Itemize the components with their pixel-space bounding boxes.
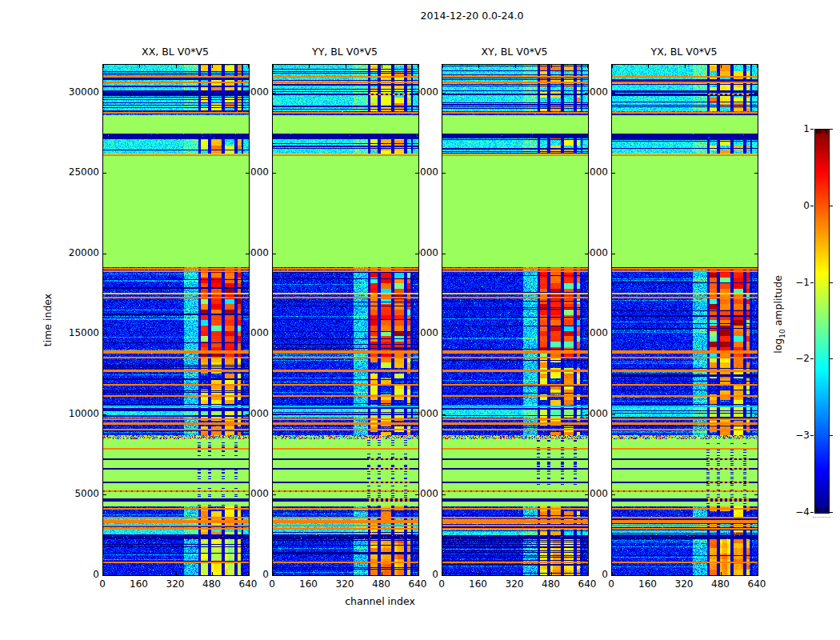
x-tick-label: 0 bbox=[424, 578, 459, 590]
y-axis-label: time index bbox=[3, 314, 91, 326]
colorbar-end-hatch bbox=[818, 130, 818, 134]
colorbar-end-hatch bbox=[821, 508, 822, 512]
subplot-title-xy: XY, BL V0*V5 bbox=[442, 46, 587, 58]
heatmap-canvas-yy bbox=[273, 65, 418, 575]
colorbar-tick-mark bbox=[810, 206, 814, 206]
colorbar-end-hatch bbox=[819, 130, 820, 134]
heatmap-canvas-yx bbox=[612, 65, 758, 575]
colorbar-underflow-dots bbox=[813, 517, 830, 518]
colorbar-tick-mark bbox=[810, 358, 814, 359]
x-tick-label: 480 bbox=[703, 578, 738, 590]
x-tick-label: 640 bbox=[739, 578, 774, 590]
heatmap-canvas-xy bbox=[442, 65, 588, 575]
colorbar-end-hatch bbox=[826, 508, 827, 512]
colorbar-end-hatch bbox=[816, 130, 817, 134]
x-tick-label: 320 bbox=[666, 578, 702, 590]
subplot-title-yy: YY, BL V0*V5 bbox=[272, 46, 418, 58]
heatmap-panel-xx bbox=[102, 64, 250, 576]
colorbar-tick-label: −3 bbox=[786, 430, 810, 441]
x-tick-label: 0 bbox=[594, 578, 629, 590]
colorbar-tick-mark bbox=[830, 358, 833, 359]
y-tick-label: 30000 bbox=[51, 86, 99, 98]
x-tick-label: 160 bbox=[461, 578, 496, 590]
colorbar-tick-label: −2 bbox=[786, 353, 810, 364]
colorbar-end-hatch bbox=[816, 508, 817, 512]
colorbar-tick-label: 1 bbox=[786, 123, 810, 134]
colorbar-tick-mark bbox=[810, 435, 814, 436]
colorbar-tick-label: −4 bbox=[786, 506, 810, 518]
colorbar-end-hatch bbox=[825, 130, 826, 134]
heatmap-panel-xy bbox=[442, 64, 589, 576]
x-tick-label: 320 bbox=[158, 578, 193, 590]
subplot-title-yx: YX, BL V0*V5 bbox=[611, 46, 757, 58]
y-tick-label: 25000 bbox=[51, 166, 99, 178]
x-tick-label: 160 bbox=[630, 578, 666, 590]
colorbar-end-hatch bbox=[823, 508, 824, 512]
subplot-title-xx: XX, BL V0*V5 bbox=[102, 46, 248, 58]
colorbar-end-hatch bbox=[821, 130, 822, 134]
colorbar-tick-label: −1 bbox=[786, 277, 810, 288]
colorbar-end-hatch bbox=[823, 130, 824, 134]
colorbar-tick-mark bbox=[810, 512, 814, 513]
colorbar-tick-mark bbox=[830, 282, 833, 283]
y-tick-label: 10000 bbox=[51, 408, 99, 419]
heatmap-panel-yy bbox=[272, 64, 419, 576]
x-tick-label: 160 bbox=[122, 578, 157, 590]
colorbar-tick-mark bbox=[830, 512, 833, 513]
x-tick-label: 480 bbox=[364, 578, 399, 590]
colorbar-end-hatch bbox=[818, 508, 818, 512]
y-tick-label: 15000 bbox=[51, 327, 99, 338]
heatmap-canvas-xx bbox=[103, 65, 249, 575]
heatmap-panel-yx bbox=[611, 64, 758, 576]
y-tick-label: 20000 bbox=[51, 247, 99, 258]
x-tick-label: 480 bbox=[534, 578, 569, 590]
colorbar-tick-mark bbox=[810, 129, 814, 130]
colorbar-tick-mark bbox=[830, 435, 833, 436]
x-tick-label: 320 bbox=[497, 578, 532, 590]
colorbar-end-hatch bbox=[819, 508, 820, 512]
colorbar-end-hatch bbox=[826, 130, 827, 134]
colorbar bbox=[814, 129, 830, 514]
x-tick-label: 0 bbox=[254, 578, 290, 590]
x-tick-label: 160 bbox=[291, 578, 326, 590]
x-axis-label: channel index bbox=[300, 595, 460, 607]
colorbar-end-hatch bbox=[825, 508, 826, 512]
y-tick-label: 5000 bbox=[51, 488, 99, 499]
colorbar-tick-mark bbox=[830, 206, 833, 206]
figure-title: 2014-12-20 0.0-24.0 bbox=[352, 10, 592, 22]
figure: 2014-12-20 0.0-24.0 XX, BL V0*V5 YY, BL … bbox=[0, 0, 840, 640]
colorbar-tick-mark bbox=[830, 129, 833, 130]
x-tick-label: 320 bbox=[327, 578, 362, 590]
x-tick-label: 0 bbox=[85, 578, 120, 590]
x-tick-label: 480 bbox=[194, 578, 230, 590]
colorbar-tick-label: 0 bbox=[786, 200, 810, 211]
colorbar-tick-mark bbox=[810, 282, 814, 283]
